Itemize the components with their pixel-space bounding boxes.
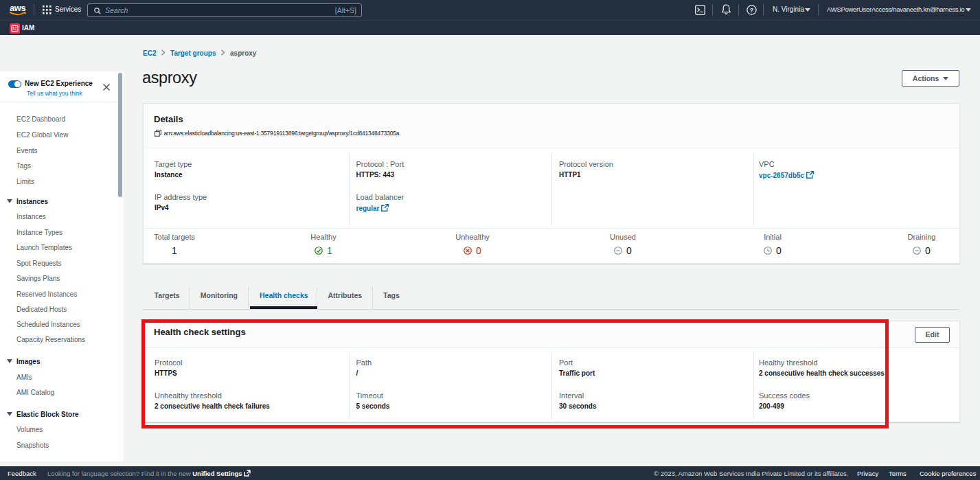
- svg-text:aws: aws: [10, 3, 26, 13]
- svg-text:?: ?: [750, 6, 754, 14]
